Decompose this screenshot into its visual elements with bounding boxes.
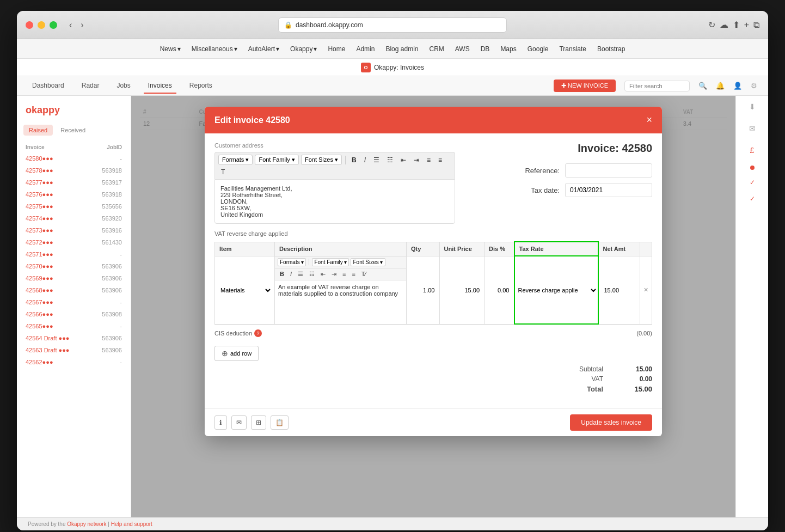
tab-radar[interactable]: Radar bbox=[77, 78, 104, 94]
nav-db[interactable]: DB bbox=[476, 43, 494, 55]
download-button[interactable]: ⬇ bbox=[747, 100, 758, 113]
list-item[interactable]: 42568●●●563906 bbox=[21, 284, 126, 296]
cloud-button[interactable]: ☁ bbox=[720, 20, 728, 30]
nav-miscellaneous[interactable]: Miscellaneous ▾ bbox=[187, 43, 242, 55]
nav-google[interactable]: Google bbox=[523, 43, 553, 55]
list-item[interactable]: 42564 Draft ●●●563906 bbox=[21, 332, 126, 344]
list-item[interactable]: 42565●●●- bbox=[21, 320, 126, 332]
nav-aws[interactable]: AWS bbox=[451, 43, 474, 55]
unit-price-input[interactable] bbox=[442, 285, 482, 296]
list-item[interactable]: 42580●●●- bbox=[21, 152, 126, 164]
indent-left-button[interactable]: ⇤ bbox=[398, 155, 409, 165]
forward-button[interactable]: › bbox=[77, 18, 87, 32]
dis-cell[interactable] bbox=[485, 256, 514, 324]
tax-rate-cell[interactable]: Reverse charge applie bbox=[514, 256, 598, 324]
tab-dashboard[interactable]: Dashboard bbox=[28, 78, 69, 94]
item-cell[interactable]: Materials bbox=[215, 256, 275, 324]
nav-okappy[interactable]: Okappy ▾ bbox=[286, 43, 321, 55]
list-item[interactable]: 42575●●●535656 bbox=[21, 200, 126, 212]
minimize-window-button[interactable] bbox=[38, 21, 45, 29]
nav-blog-admin[interactable]: Blog admin bbox=[381, 43, 422, 55]
new-invoice-button[interactable]: ✚ NEW INVOICE bbox=[554, 80, 616, 92]
qty-cell[interactable] bbox=[407, 256, 440, 324]
list-item[interactable]: 42576●●●563918 bbox=[21, 188, 126, 200]
desc-numbered-button[interactable]: ☷ bbox=[307, 270, 317, 278]
add-row-button[interactable]: ⊕ add row bbox=[214, 346, 259, 361]
desc-clear-button[interactable]: T∕ bbox=[359, 270, 369, 278]
new-tab-button[interactable]: + bbox=[744, 20, 749, 30]
bold-button[interactable]: B bbox=[349, 155, 359, 165]
share-button[interactable]: ⬆ bbox=[733, 20, 740, 30]
footer-help-link[interactable]: Help and support bbox=[111, 521, 152, 527]
address-bar[interactable]: 🔒 dashboard.okappy.com bbox=[278, 17, 507, 33]
unit-price-cell[interactable] bbox=[439, 256, 485, 324]
address-editor-content[interactable]: Facilities Management Ltd, 229 Rotherhit… bbox=[214, 179, 455, 224]
description-content[interactable]: An example of VAT reverse charge on mate… bbox=[275, 280, 406, 324]
italic-button[interactable]: I bbox=[361, 155, 369, 165]
list-item[interactable]: 42567●●●- bbox=[21, 296, 126, 308]
desc-formats-dropdown[interactable]: Formats ▾ bbox=[278, 258, 306, 266]
refresh-button[interactable]: ↻ bbox=[708, 20, 715, 30]
list-item[interactable]: 42566●●●563908 bbox=[21, 308, 126, 320]
numbered-button[interactable]: ☷ bbox=[384, 155, 396, 165]
desc-font-sizes-dropdown[interactable]: Font Sizes ▾ bbox=[351, 258, 385, 266]
bullets-button[interactable]: ☰ bbox=[371, 155, 382, 165]
tab-reports[interactable]: Reports bbox=[185, 78, 217, 94]
list-item[interactable]: 42570●●●563906 bbox=[21, 260, 126, 272]
back-button[interactable]: ‹ bbox=[66, 18, 75, 32]
email-icon-button[interactable]: ✉ bbox=[231, 415, 247, 430]
desc-bold-button[interactable]: B bbox=[278, 270, 286, 278]
nav-translate[interactable]: Translate bbox=[555, 43, 591, 55]
formats-dropdown[interactable]: Formats ▾ bbox=[218, 155, 253, 165]
desc-align-right-button[interactable]: ≡ bbox=[349, 270, 357, 278]
maximize-window-button[interactable] bbox=[50, 21, 57, 29]
desc-indent-left-button[interactable]: ⇤ bbox=[318, 270, 328, 278]
modal-close-button[interactable]: × bbox=[646, 114, 652, 126]
align-left-button[interactable]: ≡ bbox=[424, 155, 433, 165]
sidebar-tab-raised[interactable]: Raised bbox=[23, 125, 53, 136]
list-item[interactable]: 42562●●●- bbox=[21, 356, 126, 368]
dis-input[interactable] bbox=[487, 285, 512, 296]
tabs-button[interactable]: ⧉ bbox=[753, 20, 759, 30]
list-item[interactable]: 42569●●●563906 bbox=[21, 272, 126, 284]
nav-autoalert[interactable]: AutoAlert ▾ bbox=[244, 43, 284, 55]
info-icon-button[interactable]: ℹ bbox=[214, 415, 227, 430]
list-item[interactable]: 42573●●●563916 bbox=[21, 224, 126, 236]
indent-right-button[interactable]: ⇥ bbox=[411, 155, 422, 165]
tab-jobs[interactable]: Jobs bbox=[112, 78, 134, 94]
desc-indent-right-button[interactable]: ⇥ bbox=[329, 270, 339, 278]
grid-icon-button[interactable]: ⊞ bbox=[251, 415, 266, 430]
reference-input[interactable] bbox=[565, 163, 652, 178]
tax-date-input[interactable] bbox=[565, 183, 652, 197]
list-item[interactable]: 42572●●●561430 bbox=[21, 236, 126, 248]
nav-crm[interactable]: CRM bbox=[425, 43, 448, 55]
tax-rate-select[interactable]: Reverse charge applie bbox=[515, 284, 598, 296]
item-select[interactable]: Materials bbox=[217, 285, 272, 295]
desc-font-family-dropdown[interactable]: Font Family ▾ bbox=[312, 258, 349, 266]
footer-brand-link[interactable]: Okappy network bbox=[67, 521, 106, 527]
desc-align-left-button[interactable]: ≡ bbox=[340, 270, 348, 278]
list-item[interactable]: 42578●●●563918 bbox=[21, 164, 126, 176]
font-sizes-dropdown[interactable]: Font Sizes ▾ bbox=[301, 155, 342, 165]
close-window-button[interactable] bbox=[26, 21, 33, 29]
desc-bullets-button[interactable]: ☰ bbox=[296, 270, 305, 278]
currency-button[interactable]: £ bbox=[748, 144, 757, 157]
email-button[interactable]: ✉ bbox=[747, 122, 758, 135]
cis-help-icon[interactable]: ? bbox=[254, 329, 262, 337]
list-item[interactable]: 42577●●●563917 bbox=[21, 176, 126, 188]
nav-maps[interactable]: Maps bbox=[496, 43, 520, 55]
description-cell[interactable]: Formats ▾ Font Family ▾ Font Sizes ▾ B I bbox=[275, 256, 407, 324]
tab-invoices[interactable]: Invoices bbox=[144, 78, 176, 94]
clear-format-button[interactable]: T bbox=[218, 167, 228, 177]
nav-news[interactable]: News ▾ bbox=[156, 43, 185, 55]
update-sales-invoice-button[interactable]: Update sales invoice bbox=[570, 414, 652, 431]
sidebar-tab-received[interactable]: Received bbox=[55, 125, 91, 136]
delete-row-button[interactable]: ✕ bbox=[643, 286, 648, 293]
font-family-dropdown[interactable]: Font Family ▾ bbox=[255, 155, 299, 165]
copy-icon-button[interactable]: 📋 bbox=[271, 415, 289, 430]
list-item[interactable]: 42563 Draft ●●●563906 bbox=[21, 344, 126, 356]
nav-admin[interactable]: Admin bbox=[352, 43, 379, 55]
list-item[interactable]: 42574●●●563920 bbox=[21, 212, 126, 224]
delete-row-cell[interactable]: ✕ bbox=[640, 256, 652, 324]
filter-search-input[interactable] bbox=[624, 81, 690, 91]
